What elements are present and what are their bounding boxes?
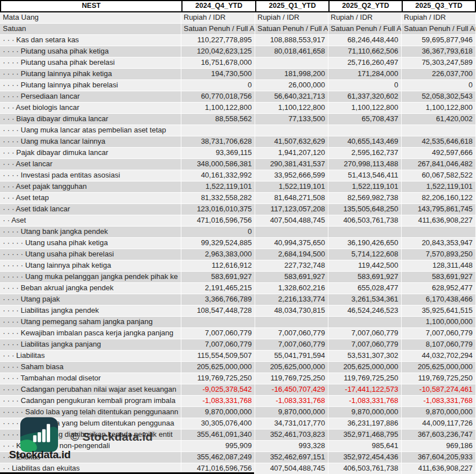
cell-value: 205,625,000,000 xyxy=(402,362,476,373)
row-label: · · · · Piutang usaha pihak berelasi xyxy=(0,57,181,68)
row-label: · · · · Tambahan modal disetor xyxy=(0,373,181,384)
cell-value: 40,655,143,469 xyxy=(328,136,402,147)
cell-value: 117,123,057,208 xyxy=(255,204,328,215)
cell-value: 71,110,662,506 xyxy=(328,46,402,57)
cell-value: 7,570,893,250 xyxy=(402,249,476,260)
cell-value: 492,597,666 xyxy=(402,148,476,158)
table-row: · · · · Utang pemegang saham jangka panj… xyxy=(0,317,476,328)
table-row: · · · · · Saldo laba yang telah ditentuk… xyxy=(0,407,476,418)
column-header-2025-q3-ytd: 2025_Q3_YTD xyxy=(402,1,476,11)
cell-value: 226,037,700 xyxy=(402,69,476,79)
cell-value: 61,337,320,602 xyxy=(328,91,402,102)
stockdata-brand-wordmark: Stockdata.id xyxy=(9,449,70,461)
row-label: · · · · Uang muka lancar lainnya xyxy=(0,136,181,147)
cell-value: 367,603,236,747 xyxy=(402,429,476,440)
cell-value: -1,083,331,768 xyxy=(255,396,328,406)
cell-value: 60,770,018,756 xyxy=(181,91,255,102)
table-row: · · · · Piutang usaha pihak berelasi16,7… xyxy=(0,57,476,69)
cell-value: 227,732,748 xyxy=(255,260,328,271)
cell-value xyxy=(181,125,255,136)
cell-value: 75,303,247,589 xyxy=(402,57,476,68)
row-label: · · · · Utang pemegang saham jangka panj… xyxy=(0,317,181,327)
cell-value xyxy=(328,227,402,237)
cell-value xyxy=(181,317,255,327)
cell-value: 1,100,122,800 xyxy=(255,103,328,113)
cell-value: 3,366,766,789 xyxy=(181,294,255,305)
cell-value: 7,007,060,779 xyxy=(255,339,328,350)
cell-value: 411,636,908,227 xyxy=(402,463,476,474)
cell-value: 52,058,302,543 xyxy=(402,91,476,102)
row-label: · · · · Liabilitas jangka panjang xyxy=(0,339,181,350)
cell-value: 110,227,778,895 xyxy=(181,35,255,46)
table-row: · · · · Uang muka lancar atas pembelian … xyxy=(0,125,476,136)
table-row: · · · Pajak dibayar dimuka lancar93,369,… xyxy=(0,148,476,159)
column-header-2025-q2-ytd: 2025_Q2_YTD xyxy=(328,1,402,11)
row-label: · · · · · Utang usaha pihak berelasi xyxy=(0,249,181,260)
cell-value: 290,381,431,537 xyxy=(255,159,328,170)
cell-value: 48,034,730,815 xyxy=(255,305,328,316)
cell-value: -17,441,122,573 xyxy=(328,384,402,395)
cell-value: 270,998,113,488 xyxy=(328,159,402,170)
cell-value: 33,952,666,599 xyxy=(255,170,328,181)
table-row: · · · · Utang bank jangka pendek0 xyxy=(0,227,476,238)
row-label: · · · Aset lancar xyxy=(0,159,181,170)
table-row: · · · · Tambahan modal disetor119,769,72… xyxy=(0,373,476,384)
cell-value: 25,716,260,497 xyxy=(328,57,402,68)
cell-value: 7,007,060,779 xyxy=(181,339,255,350)
cell-value: 1,522,119,101 xyxy=(181,181,255,192)
cell-value: 7,007,060,779 xyxy=(328,339,402,350)
cell-value: 0 xyxy=(181,227,255,237)
table-row: · · · · Liabilitas jangka pendek108,547,… xyxy=(0,305,476,317)
row-label: · · · · Utang bank jangka pendek xyxy=(0,227,181,237)
table-header-row: NEST 2024_Q4_YTD 2025_Q1_YTD 2025_Q2_YTD… xyxy=(0,0,476,12)
cell-value: 108,888,553,917 xyxy=(255,35,328,46)
meta-value: Rupiah / IDR xyxy=(402,12,476,23)
cell-value: 40,161,332,992 xyxy=(181,170,255,181)
cell-value: 46,524,246,523 xyxy=(328,305,402,316)
cell-value: 38,731,706,628 xyxy=(181,136,255,147)
cell-value: 7,007,060,779 xyxy=(328,328,402,339)
row-label: · · · · Persediaan lancar xyxy=(0,91,181,102)
cell-value: 9,870,000,000 xyxy=(328,407,402,418)
cell-value: 82,569,982,738 xyxy=(328,193,402,203)
table-row: SatuanSatuan Penuh / Full AmountSatuan P… xyxy=(0,24,476,35)
cell-value: 30,305,076,400 xyxy=(181,418,255,429)
row-label: · · · · Uang muka lancar atas pembelian … xyxy=(0,125,181,136)
row-label: · · Aset xyxy=(0,215,181,226)
table-row: · · · · Piutang usaha pihak ketiga120,04… xyxy=(0,46,476,57)
table-row: · · · · · Utang usaha pihak ketiga99,329… xyxy=(0,238,476,249)
table-row: · · · Liabilitas115,554,509,50755,041,79… xyxy=(0,351,476,362)
cell-value: 1,328,602,216 xyxy=(255,283,328,294)
cell-value: 7,007,060,779 xyxy=(402,328,476,339)
cell-value: 40,994,375,650 xyxy=(255,238,328,249)
cell-value: 35,925,641,515 xyxy=(402,305,476,316)
cell-value: 352,461,703,823 xyxy=(255,429,328,440)
table-row: · · · · Investasi pada entitas asosiasi4… xyxy=(0,170,476,181)
cell-value: 128,311,448 xyxy=(402,260,476,271)
cell-value: 352,971,468,795 xyxy=(328,429,402,440)
table-row: · · · · Saham biasa205,625,000,000205,62… xyxy=(0,362,476,373)
cell-value: 123,016,010,375 xyxy=(181,204,255,215)
cell-value: 1,522,119,101 xyxy=(255,181,328,192)
cell-value: 1,522,119,101 xyxy=(328,181,402,192)
cell-value: 108,547,448,728 xyxy=(181,305,255,316)
meta-value: Satuan Penuh / Full Amount xyxy=(402,24,476,34)
table-row: · · · Aset lancar348,000,586,381290,381,… xyxy=(0,159,476,170)
row-label: Mata Uang xyxy=(0,12,181,23)
row-label: · · · · Piutang lainnya pihak ketiga xyxy=(0,69,181,79)
cell-value: 81,332,558,282 xyxy=(181,193,255,203)
cell-value: 9,870,000,000 xyxy=(255,407,328,418)
table-body: Mata UangRupiah / IDRRupiah / IDRRupiah … xyxy=(0,12,476,474)
table-row: · · · · Liabilitas jangka panjang7,007,0… xyxy=(0,339,476,351)
row-label: · · · Kas dan setara kas xyxy=(0,35,181,46)
table-row: · · · · Piutang lainnya pihak berelasi02… xyxy=(0,80,476,91)
cell-value: 969,186 xyxy=(402,441,476,451)
cell-value: 355,461,091,340 xyxy=(181,429,255,440)
cell-value: 119,769,725,250 xyxy=(328,373,402,384)
row-label: · · · Aset pajak tangguhan xyxy=(0,181,181,192)
cell-value: 5,714,122,608 xyxy=(328,249,402,260)
row-label: · · · · Beban akrual jangka pendek xyxy=(0,283,181,294)
row-label: · · · · Piutang lainnya pihak berelasi xyxy=(0,80,181,91)
cell-value: 44,009,117,726 xyxy=(402,418,476,429)
table-row: · · · Biaya dibayar dimuka lancar88,558,… xyxy=(0,114,476,125)
